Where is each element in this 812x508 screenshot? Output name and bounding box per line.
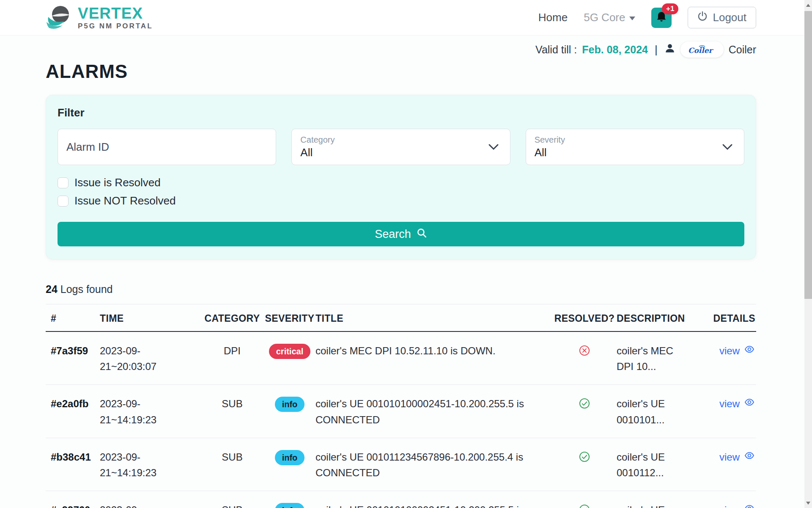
alarm-id: #a99760 bbox=[46, 502, 100, 508]
nav-item-home[interactable]: Home bbox=[538, 11, 568, 24]
table-row: #e2a0fb 2023-09-21~14:19:23 SUB info coi… bbox=[46, 385, 756, 438]
brand-subtitle: P5G NM PORTAL bbox=[78, 22, 153, 30]
severity-label: Severity bbox=[535, 135, 735, 145]
nav-item-5g-core[interactable]: 5G Core bbox=[584, 11, 635, 24]
top-navigation-bar: VERTEX P5G NM PORTAL Home 5G Core +1 bbox=[0, 0, 812, 36]
table-row: #a99760 2023-09-21~14:19:03 SUB info coi… bbox=[46, 491, 756, 508]
scrollbar-up-icon[interactable] bbox=[804, 0, 812, 10]
checkbox-issue-not-resolved[interactable]: Issue NOT Resolved bbox=[58, 194, 744, 207]
alarm-id-field[interactable] bbox=[58, 129, 276, 165]
alarm-title: coiler's UE 001011234567896-10.200.255.4… bbox=[315, 449, 552, 480]
logout-label: Logout bbox=[713, 11, 746, 24]
nav-item-5g-core-label: 5G Core bbox=[584, 11, 625, 24]
notification-count-badge: +1 bbox=[662, 3, 678, 14]
alarm-title: coiler's UE 001010100002451-10.200.255.5… bbox=[315, 502, 552, 508]
page-title: ALARMS bbox=[46, 61, 756, 82]
results-count: 24 Logs found bbox=[46, 283, 756, 295]
alarm-description: coiler's UE 0010101... bbox=[617, 396, 689, 427]
checkbox-issue-resolved[interactable]: Issue is Resolved bbox=[58, 176, 744, 189]
table-row: #7a3f59 2023-09-21~20:03:07 DPI critical… bbox=[46, 332, 756, 385]
eye-icon bbox=[743, 449, 755, 465]
alarm-id: #7a3f59 bbox=[46, 343, 100, 359]
check-circle-icon bbox=[579, 398, 590, 409]
eye-icon bbox=[743, 396, 755, 411]
column-header-category: CATEGORY bbox=[200, 313, 264, 324]
view-details-link[interactable]: view bbox=[719, 396, 755, 411]
severity-badge: critical bbox=[269, 344, 310, 359]
search-icon bbox=[416, 227, 427, 241]
search-button[interactable]: Search bbox=[58, 222, 744, 246]
coiler-logo: Coiler bbox=[680, 41, 724, 58]
alarms-table: # TIME CATEGORY SEVERITY TITLE RESOLVED?… bbox=[46, 304, 756, 508]
column-header-id: # bbox=[46, 313, 100, 324]
session-info-row: Valid till : Feb. 08, 2024 | Coiler Coil… bbox=[0, 36, 812, 58]
checkbox-box[interactable] bbox=[58, 177, 69, 188]
column-header-details: DETAILS bbox=[701, 313, 755, 324]
logout-button[interactable]: Logout bbox=[688, 7, 756, 28]
view-details-link[interactable]: view bbox=[719, 449, 755, 465]
alarm-id: #b38c41 bbox=[46, 449, 100, 465]
column-header-title: TITLE bbox=[315, 313, 552, 324]
alarm-description: coiler's UE 0010112... bbox=[617, 449, 689, 480]
org-name: Coiler bbox=[729, 44, 756, 56]
coiler-logo-text: Coiler bbox=[688, 46, 714, 55]
vertical-scrollbar[interactable] bbox=[804, 0, 812, 508]
alarm-category: DPI bbox=[200, 343, 264, 359]
alarm-time: 2023-09-21~14:19:23 bbox=[100, 396, 151, 427]
globe-logo-icon bbox=[46, 4, 74, 31]
separator: | bbox=[655, 43, 658, 56]
vertex-logo: VERTEX P5G NM PORTAL bbox=[46, 4, 153, 31]
cross-circle-icon bbox=[579, 345, 590, 356]
view-label: view bbox=[719, 502, 740, 508]
column-header-time: TIME bbox=[100, 313, 200, 324]
view-details-link[interactable]: view bbox=[719, 343, 755, 359]
column-header-severity: SEVERITY bbox=[264, 313, 315, 324]
results-count-suffix: Logs found bbox=[58, 283, 113, 295]
checkbox-box[interactable] bbox=[58, 196, 69, 207]
alarm-description: coiler's MEC DPI 10... bbox=[617, 343, 689, 374]
eye-icon bbox=[743, 343, 755, 359]
category-select[interactable]: Category All bbox=[291, 129, 510, 165]
alarm-title: coiler's UE 001010100002451-10.200.255.5… bbox=[315, 396, 552, 427]
view-label: view bbox=[719, 396, 740, 411]
checkbox-label: Issue NOT Resolved bbox=[74, 194, 176, 207]
severity-badge: info bbox=[275, 397, 305, 412]
view-label: view bbox=[719, 449, 740, 465]
table-header-row: # TIME CATEGORY SEVERITY TITLE RESOLVED?… bbox=[46, 304, 756, 332]
alarm-description: coiler's UE 0010101... bbox=[617, 502, 689, 508]
alarm-id: #e2a0fb bbox=[46, 396, 100, 411]
column-header-resolved: RESOLVED? bbox=[552, 313, 617, 324]
alarm-time: 2023-09-21~20:03:07 bbox=[100, 343, 151, 374]
scrollbar-down-icon[interactable] bbox=[804, 498, 812, 508]
filter-panel: Filter Category All Severity All bbox=[46, 95, 756, 260]
severity-badge: info bbox=[275, 503, 305, 508]
check-circle-icon bbox=[579, 451, 590, 463]
eye-icon bbox=[743, 502, 755, 508]
category-value: All bbox=[300, 146, 501, 159]
results-count-number: 24 bbox=[46, 283, 58, 295]
valid-till-label: Valid till : bbox=[535, 44, 577, 56]
alarm-time: 2023-09-21~14:19:23 bbox=[100, 449, 151, 480]
check-circle-icon bbox=[579, 504, 590, 508]
view-label: view bbox=[719, 343, 740, 359]
alarm-category: SUB bbox=[200, 502, 264, 508]
alarm-category: SUB bbox=[200, 449, 264, 465]
brand-name: VERTEX bbox=[78, 6, 153, 21]
alarm-id-input[interactable] bbox=[66, 134, 267, 160]
scrollbar-thumb[interactable] bbox=[804, 11, 812, 299]
dropdown-caret-icon bbox=[629, 17, 635, 20]
alarm-category: SUB bbox=[200, 396, 264, 411]
checkbox-label: Issue is Resolved bbox=[74, 176, 161, 189]
alarm-title: coiler's MEC DPI 10.52.11.10 is DOWN. bbox=[315, 343, 552, 359]
chevron-down-icon bbox=[488, 143, 499, 152]
severity-select[interactable]: Severity All bbox=[526, 129, 744, 165]
search-button-label: Search bbox=[375, 228, 411, 241]
category-label: Category bbox=[300, 135, 501, 145]
power-icon bbox=[697, 11, 708, 24]
notifications-button[interactable]: +1 bbox=[651, 8, 672, 28]
filter-title: Filter bbox=[58, 106, 744, 119]
column-header-description: DESCRIPTION bbox=[617, 313, 701, 324]
severity-value: All bbox=[535, 146, 735, 159]
view-details-link[interactable]: view bbox=[719, 502, 755, 508]
person-icon bbox=[664, 43, 675, 56]
